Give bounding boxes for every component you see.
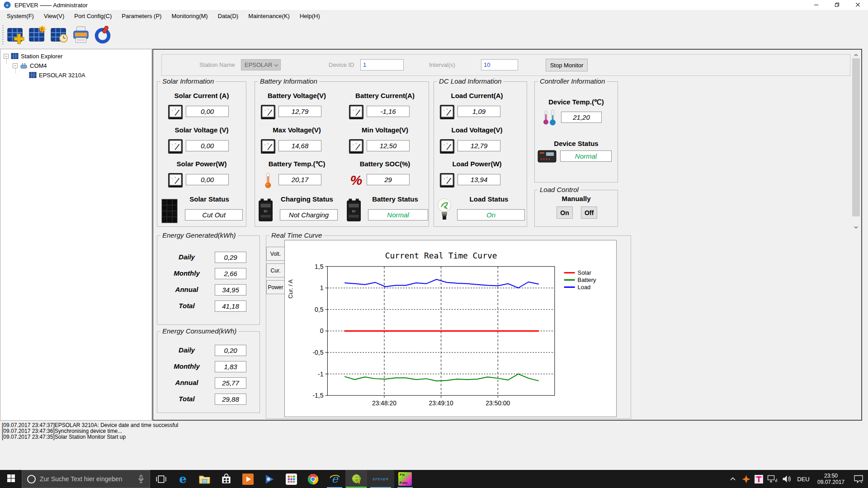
energy-row-value: 0,20 [215, 345, 246, 356]
field-label: Solar Voltage (V) [157, 126, 246, 134]
fixfoto-label-2: Foto [400, 481, 407, 485]
taskbar-search[interactable] [22, 470, 150, 488]
svg-text:Load: Load [578, 284, 591, 291]
taskbar-app-chrome[interactable] [302, 470, 324, 488]
load-on-button[interactable]: On [557, 206, 573, 219]
status-value-box: Not Charging [280, 209, 338, 221]
minimize-button[interactable] [806, 0, 826, 10]
meter-icon [349, 139, 364, 154]
field-label: Load Voltage(V) [434, 126, 520, 134]
meter-icon [439, 139, 455, 154]
tab-volt[interactable]: Volt. [266, 247, 285, 261]
monitor-control-bar: Station Name EPSOLAR 321 Device ID Inter… [161, 54, 850, 76]
windows-logo-icon [7, 474, 15, 483]
action-center-button[interactable] [849, 470, 868, 488]
interval-input[interactable] [481, 59, 518, 70]
exit-power-icon[interactable] [93, 25, 112, 44]
tray-telekom[interactable] [752, 470, 765, 488]
status-label: Device Status [535, 140, 618, 147]
history-data-icon[interactable] [50, 25, 69, 44]
task-view-button[interactable] [150, 470, 172, 488]
tab-power[interactable]: Power [266, 280, 285, 294]
station-name-select[interactable]: EPSOLAR 321 [241, 59, 281, 70]
taskbar-app-store[interactable] [215, 470, 237, 488]
stop-monitor-button[interactable]: Stop Monitor [546, 59, 588, 71]
tray-expand-button[interactable] [726, 470, 740, 488]
vertical-scrollbar[interactable] [852, 51, 860, 230]
menu-view[interactable]: View(V) [39, 10, 69, 22]
cortana-icon [27, 475, 36, 483]
avast-icon [742, 475, 750, 483]
taskbar-app-fixfoto[interactable]: Fix Foto [394, 470, 416, 488]
menu-maintenance[interactable]: Maintenance(K) [243, 10, 295, 22]
log-line: [09.07.2017 23:47:37]EPSOLAR 3210A: Devi… [2, 422, 866, 428]
energy-row-value: 29,88 [215, 394, 246, 405]
field-value-box: 20,17 [278, 174, 321, 185]
field-label: Battery Current(A) [345, 92, 425, 99]
tray-avast[interactable] [740, 470, 752, 488]
tray-volume[interactable] [779, 470, 794, 488]
print-icon[interactable] [71, 25, 90, 44]
toolbar-grip [2, 25, 4, 45]
field-label: Load Power(W) [434, 160, 520, 168]
meter-icon [349, 104, 364, 120]
menu-parameters[interactable]: Parameters (P) [117, 10, 166, 22]
clock[interactable]: 23:50 09.07.2017 [813, 470, 849, 488]
status-label: Battery Status [363, 195, 427, 203]
menu-monitoring[interactable]: Monitoring(M) [166, 10, 212, 22]
speaker-icon [782, 475, 792, 483]
svg-text:0,5: 0,5 [315, 306, 324, 313]
add-station-icon[interactable] [6, 25, 25, 44]
menu-port-config[interactable]: Port Config(C) [69, 10, 117, 22]
search-input[interactable] [40, 475, 132, 483]
group-title: Battery Information [258, 77, 319, 85]
taskbar-app-ie[interactable]: e [324, 470, 345, 488]
meter-icon [168, 139, 183, 154]
field-value-box: 0,00 [186, 140, 229, 151]
svg-text:Cur. / A: Cur. / A [287, 279, 294, 299]
energy-row-label: Monthly [166, 362, 207, 370]
menu-help[interactable]: Help(H) [295, 10, 325, 22]
field-value-box: 12,50 [367, 140, 410, 151]
device-id-input[interactable] [360, 59, 404, 70]
taskbar-app-media-player[interactable] [259, 470, 280, 488]
scroll-up-button[interactable] [852, 51, 860, 58]
tree-item-com4[interactable]: − COM4 [13, 61, 47, 70]
tree-item-station-explorer[interactable]: − Station Explorer [4, 52, 63, 60]
fixfoto-label-1: Fix [400, 473, 405, 477]
realtime-monitor-icon[interactable] [28, 25, 47, 44]
field-label: Battery Voltage(V) [257, 92, 336, 99]
media-player-icon [264, 474, 275, 485]
svg-text:-0,5: -0,5 [312, 349, 323, 356]
scrollbar-thumb[interactable] [852, 58, 860, 216]
language-indicator[interactable]: DEU [794, 470, 813, 488]
task-view-icon [156, 474, 167, 485]
taskbar-app-epever-monitor[interactable] [345, 470, 367, 488]
tray-network[interactable] [765, 470, 779, 488]
system-tray: DEU 23:50 09.07.2017 [726, 470, 868, 488]
taskbar-app-edge[interactable]: e [172, 470, 193, 488]
taskbar-app-grid[interactable] [280, 470, 302, 488]
restore-button[interactable] [826, 0, 847, 10]
collapse-icon[interactable]: − [13, 63, 18, 68]
collapse-icon[interactable]: − [4, 54, 9, 59]
start-button[interactable] [0, 470, 22, 488]
taskbar-app-epever-tile[interactable]: EPEVER [367, 470, 394, 488]
battery-icon: 6V [344, 197, 363, 223]
menu-system[interactable]: System(F) [2, 10, 39, 22]
scroll-down-button[interactable] [852, 223, 860, 230]
close-button[interactable] [847, 0, 868, 10]
tab-cur[interactable]: Cur. [266, 263, 285, 277]
dc-load-information-group: DC Load Information Load Current(A) 1,09… [434, 81, 527, 227]
manually-label: Manually [535, 195, 618, 202]
tree-item-epsolar-3210a[interactable]: EPSOLAR 3210A [29, 71, 85, 79]
load-off-button[interactable]: Off [581, 206, 597, 219]
menu-data[interactable]: Data(D) [213, 10, 244, 22]
taskbar-app-movies[interactable] [237, 470, 259, 488]
energy-row-value: 25,77 [215, 377, 246, 389]
taskbar-app-explorer[interactable] [193, 470, 215, 488]
solar-panel-icon [161, 198, 178, 224]
meter-icon [260, 104, 276, 120]
chevron-up-icon [854, 51, 858, 58]
battery-information-group: Battery Information Battery Voltage(V) 1… [255, 81, 429, 227]
